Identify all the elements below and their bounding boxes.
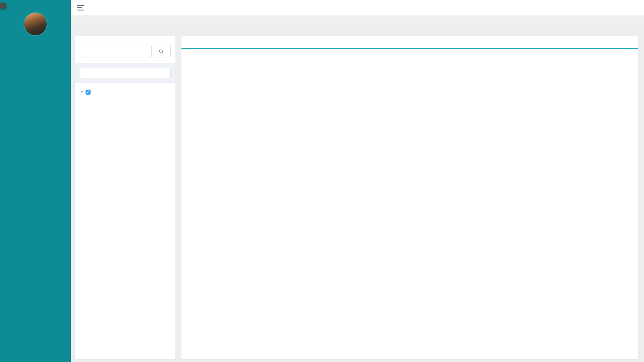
device-tree: ✓: [80, 87, 171, 97]
avatar[interactable]: [24, 13, 47, 35]
status-stats-row: [181, 60, 638, 74]
station-search-group: [80, 46, 171, 57]
detector-panel: [181, 36, 638, 359]
station-search-button[interactable]: [152, 46, 171, 57]
tree-filter-input[interactable]: [80, 67, 171, 79]
menu-toggle-icon[interactable]: [77, 5, 84, 11]
station-search-input[interactable]: [80, 46, 152, 57]
topbar: [71, 0, 644, 15]
tree-root-row[interactable]: ✓: [80, 87, 171, 97]
page-tabstrip: [71, 15, 644, 29]
tree-filter-band: [75, 63, 175, 83]
sidebar: [0, 0, 71, 362]
status-filter-row: [181, 49, 638, 56]
caret-down-icon[interactable]: [80, 91, 83, 93]
content: ✓: [71, 29, 644, 362]
station-panel: ✓: [75, 36, 176, 359]
device-tooltip: [0, 3, 6, 9]
detector-tabs: [181, 36, 638, 49]
tree-root-checkbox[interactable]: ✓: [86, 90, 91, 95]
